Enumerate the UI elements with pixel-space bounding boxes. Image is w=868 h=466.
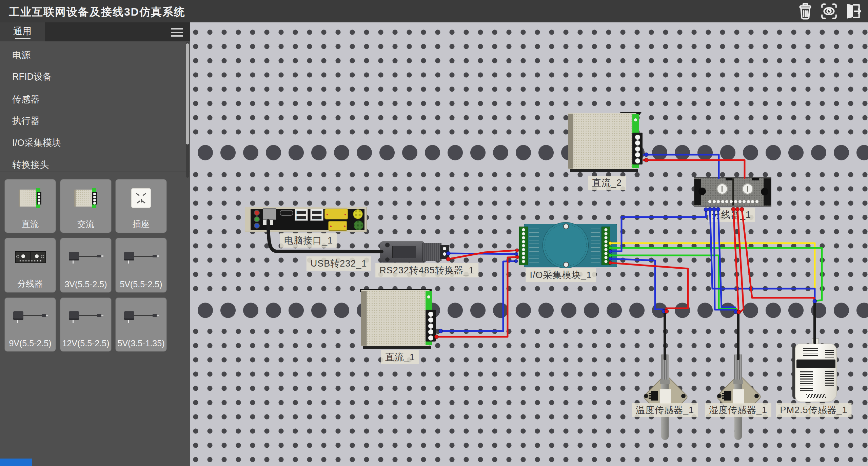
terminal-block[interactable] xyxy=(426,310,436,342)
ac-module-icon xyxy=(60,179,111,217)
serial-port-db9 xyxy=(328,221,347,231)
device-splitter[interactable] xyxy=(694,177,771,207)
barrel-jack xyxy=(742,183,753,195)
topbar: 工业互联网设备及接线3D仿真系统 xyxy=(0,0,868,22)
device-label: 直流_2 xyxy=(588,176,626,190)
pegboard-big-dots-row xyxy=(190,142,868,163)
device-label: I/O采集模块_1 xyxy=(526,268,596,282)
sidebar-item-adapters[interactable]: 转换接头 xyxy=(12,159,49,170)
card-label: 交流 xyxy=(60,218,111,230)
audio-jack-blue xyxy=(254,223,260,229)
device-pm25-sensor[interactable] xyxy=(792,344,836,401)
power-adapter-icon xyxy=(116,298,166,335)
card-dc[interactable]: 直流 xyxy=(4,179,56,233)
device-label: RS232转485转换器_1 xyxy=(375,263,478,277)
app-window: 工业互联网设备及接线3D仿真系统 xyxy=(0,0,868,466)
io-terminal-left[interactable] xyxy=(519,227,528,265)
audio-jack-red xyxy=(254,210,260,216)
device-dc-power-2[interactable] xyxy=(568,113,643,172)
exit-icon[interactable] xyxy=(844,2,862,20)
power-adapter-icon xyxy=(60,238,111,276)
card-label: 12V(5.5-2.5) xyxy=(60,338,111,348)
socket-icon xyxy=(116,179,166,217)
topbar-icon-group xyxy=(796,2,862,20)
card-5v[interactable]: 5V(5.5-2.5) xyxy=(115,238,167,293)
sidebar-item-sensors[interactable]: 传感器 xyxy=(12,94,40,105)
card-label: 5V(3.5-1.35) xyxy=(116,338,166,348)
splitter-icon xyxy=(5,238,56,276)
card-label: 5V(5.5-2.5) xyxy=(116,279,166,289)
hamburger-menu-icon[interactable] xyxy=(171,28,183,37)
tab-general[interactable]: 通用 xyxy=(0,22,45,41)
trash-icon[interactable] xyxy=(796,2,814,20)
converter-terminal[interactable] xyxy=(440,245,449,259)
sidebar-item-power[interactable]: 电源 xyxy=(12,50,31,61)
status-badge xyxy=(0,459,32,466)
terminal-block[interactable] xyxy=(632,133,643,164)
workspace-canvas[interactable]: 直流_2 电脑接口_1 USB转232_1 RS232转485转换器_1 I/O… xyxy=(190,22,868,466)
sidebar-scrollbar-thumb[interactable] xyxy=(186,43,189,144)
power-adapter-icon xyxy=(5,298,56,335)
card-5v-135[interactable]: 5V(3.5-1.35) xyxy=(115,297,167,352)
device-label: 分线器_1 xyxy=(708,208,755,222)
card-label: 分线器 xyxy=(5,278,56,289)
device-label: 电脑接口_1 xyxy=(280,233,337,248)
pegboard-big-dots-row xyxy=(190,300,868,321)
sidebar-tab-row: 通用 xyxy=(0,22,190,41)
device-label: 温度传感器_1 xyxy=(632,403,698,417)
device-label: 直流_1 xyxy=(381,350,419,364)
sidebar-item-rfid[interactable]: RFID设备 xyxy=(12,71,52,82)
barrel-jack xyxy=(716,183,728,195)
device-usb-to-232-plug[interactable] xyxy=(380,241,424,263)
card-splitter[interactable]: 分线器 xyxy=(4,238,56,293)
device-pc-interface[interactable] xyxy=(245,207,367,232)
dc-module-icon xyxy=(5,179,56,217)
round-connector-green xyxy=(354,220,363,230)
sidebar-item-actuators[interactable]: 执行器 xyxy=(12,115,40,126)
terminal-dots xyxy=(708,200,733,203)
usb-port-pair[interactable] xyxy=(310,209,323,221)
sidebar: 通用 电源 RFID设备 传感器 执行器 I/O采集模块 转换接头 直流 交流 xyxy=(0,22,190,466)
screw xyxy=(563,262,569,268)
screw xyxy=(563,224,569,229)
io-terminal-right[interactable] xyxy=(601,227,610,265)
card-socket[interactable]: 插座 xyxy=(115,179,167,233)
device-label: 湿度传感器_1 xyxy=(705,403,771,417)
audio-jack-green xyxy=(254,216,260,222)
eye-scan-icon[interactable] xyxy=(820,2,838,20)
usb-port-pair[interactable] xyxy=(295,209,308,221)
device-io-module[interactable] xyxy=(524,224,617,267)
card-label: 3V(5.5-2.5) xyxy=(60,279,111,289)
device-temperature-sensor[interactable] xyxy=(645,351,685,442)
device-label: USB转232_1 xyxy=(307,256,371,271)
power-adapter-icon xyxy=(60,298,111,335)
card-3v[interactable]: 3V(5.5-2.5) xyxy=(60,238,112,293)
device-label: PM2.5传感器_1 xyxy=(776,403,851,417)
ps2-port xyxy=(263,208,276,220)
round-connector-yellow xyxy=(353,209,363,219)
device-humidity-sensor[interactable] xyxy=(718,351,758,442)
card-label: 直流 xyxy=(5,218,56,230)
device-rs232-to-485-converter[interactable] xyxy=(422,243,441,261)
serial-port-db25 xyxy=(324,209,348,219)
card-9v[interactable]: 9V(5.5-2.5) xyxy=(4,297,56,352)
device-dc-power-1[interactable] xyxy=(361,290,436,349)
card-label: 9V(5.5-2.5) xyxy=(5,338,56,348)
card-12v[interactable]: 12V(5.5-2.5) xyxy=(60,297,112,352)
card-label: 插座 xyxy=(116,218,166,230)
divider xyxy=(0,172,190,172)
card-ac[interactable]: 交流 xyxy=(60,179,112,233)
power-adapter-icon xyxy=(116,238,166,276)
app-title: 工业互联网设备及接线3D仿真系统 xyxy=(9,5,185,20)
terminal-dots xyxy=(734,200,758,203)
sidebar-item-io-modules[interactable]: I/O采集模块 xyxy=(12,137,61,148)
